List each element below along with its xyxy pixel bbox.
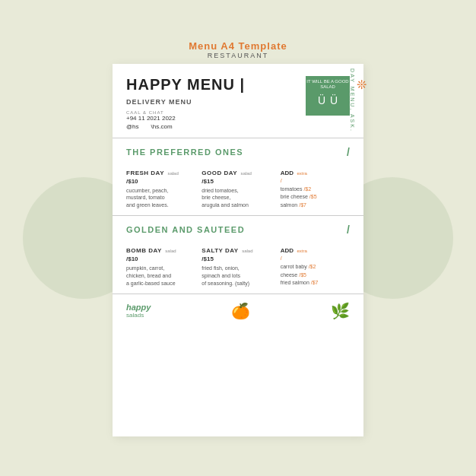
list-item: salmon /$7	[281, 202, 350, 210]
add-item-price: /$5	[309, 194, 317, 199]
footer-fruit-1: 🍊	[231, 302, 250, 320]
item-desc: pumpkin, carrot,chicken, bread anda garl…	[126, 265, 194, 287]
item-price: /$10	[126, 178, 194, 185]
section-preferred-title: THE PREFERRED ONES	[126, 148, 243, 157]
footer-fruit-2: 🌿	[331, 302, 350, 320]
list-item: GOOD DAY SALAD /$15 dried tomatoes,brie …	[202, 164, 274, 210]
header-right: IT WILL BE A GOOD SALAD Ü Ü ❊	[306, 76, 350, 116]
green-box-text: IT WILL BE A GOOD SALAD	[306, 79, 350, 90]
add-slash: /	[281, 178, 350, 183]
item-desc: dried tomatoes,brie cheese,arugula and s…	[202, 187, 269, 209]
add-item-name: cheese	[281, 272, 298, 278]
item-name: GOOD DAY	[202, 170, 237, 176]
list-item: cheese /$5	[281, 271, 350, 280]
section-preferred-slash: /	[347, 146, 350, 158]
add-item-price: /$5	[299, 272, 306, 278]
contact-row: CAAL & CHAT +94 11 2021 2022	[126, 110, 245, 122]
face-icon-1: Ü	[318, 94, 325, 106]
menu-title: HAPPY MENU |	[126, 76, 245, 94]
add-item-name: tomatoes	[281, 186, 303, 192]
outer-wrapper: Menu A4 Template RESTAURANT HAPPY MENU |…	[113, 40, 363, 436]
social-row: @hs \hs.com	[126, 123, 245, 130]
item-type: SALAD	[165, 249, 176, 253]
item-desc: cucumber, peach,mustard, tomatoand green…	[126, 187, 194, 209]
item-type: SALAD	[167, 171, 178, 176]
section-preferred-header: THE PREFERRED ONES /	[126, 146, 350, 158]
section-preferred: THE PREFERRED ONES / FRESH DAY SALAD /$1…	[113, 138, 363, 217]
contact-phone: +94 11 2021 2022	[126, 115, 176, 122]
preferred-items-grid: FRESH DAY SALAD /$10 cucumber, peach,mus…	[126, 164, 350, 210]
add-title-row: ADD extra	[281, 242, 350, 255]
footer-logo: happy salads	[126, 303, 151, 319]
item-name-row: BOMB DAY SALAD	[126, 242, 194, 255]
social-web: \hs.com	[151, 123, 173, 130]
add-list: carrot baby /$2 cheese /$5 fried salmon …	[281, 263, 350, 287]
item-type: SALAD	[242, 249, 252, 253]
contact-block: CAAL & CHAT +94 11 2021 2022	[126, 110, 176, 122]
add-extra-label: extra	[297, 249, 306, 253]
snowflake-icon: ❊	[357, 78, 367, 92]
add-item-name: fried salmon	[281, 280, 309, 285]
add-extra-label: extra	[297, 171, 306, 176]
add-title: ADD	[281, 170, 294, 176]
item-name: BOMB DAY	[126, 247, 162, 254]
list-item: SALTY DAY SALAD /$15 fried fish, onion,s…	[202, 242, 274, 287]
footer-logo-line1: happy	[126, 303, 151, 312]
card-footer: happy salads 🍊 🌿	[113, 294, 363, 328]
menu-card: HAPPY MENU | DELIVERY MENU CAAL & CHAT +…	[113, 64, 363, 436]
add-item-price: /$2	[309, 264, 316, 269]
add-item-name: salmon	[281, 202, 298, 208]
social-handle: @hs	[126, 123, 139, 130]
add-item-price: /$7	[311, 280, 319, 285]
add-list: tomatoes /$2 brie cheese /$5 salmon /$7	[281, 186, 350, 210]
item-name-row: GOOD DAY SALAD	[202, 164, 269, 178]
template-title: Menu A4 Template	[189, 40, 287, 52]
item-price: /$15	[202, 178, 269, 185]
item-name: SALTY DAY	[202, 247, 238, 254]
add-title-row: ADD extra	[281, 164, 350, 178]
list-item: carrot baby /$2	[281, 263, 350, 271]
item-name: FRESH DAY	[126, 170, 164, 176]
list-item: fried salmon /$7	[281, 279, 350, 287]
golden-items-grid: BOMB DAY SALAD /$10 pumpkin, carrot,chic…	[126, 242, 350, 287]
add-title: ADD	[281, 247, 294, 254]
list-item: BOMB DAY SALAD /$10 pumpkin, carrot,chic…	[126, 242, 198, 287]
item-desc: fried fish, onion,spinach and lotsof sea…	[202, 265, 269, 287]
template-subtitle: RESTAURANT	[189, 52, 287, 59]
add-extras-col: ADD extra / tomatoes /$2 brie cheese /$5	[278, 164, 350, 210]
header-left: HAPPY MENU | DELIVERY MENU CAAL & CHAT +…	[126, 76, 245, 130]
add-item-price: /$7	[299, 202, 306, 208]
footer-logo-line2: salads	[126, 312, 151, 319]
add-item-price: /$2	[303, 186, 311, 192]
item-price: /$10	[126, 255, 194, 262]
section-golden-header: GOLDEN AND SAUTEED /	[126, 224, 350, 236]
list-item: tomatoes /$2	[281, 186, 350, 194]
add-item-name: carrot baby	[281, 264, 307, 269]
section-golden: GOLDEN AND SAUTEED / BOMB DAY SALAD /$10…	[113, 216, 363, 294]
top-label: Menu A4 Template RESTAURANT	[189, 40, 287, 59]
add-slash: /	[281, 255, 350, 261]
item-price: /$15	[202, 255, 269, 262]
green-box-icons: Ü Ü	[318, 94, 338, 106]
list-item: brie cheese /$5	[281, 193, 350, 202]
section-golden-slash: /	[347, 224, 350, 236]
face-icon-2: Ü	[330, 94, 338, 106]
item-name-row: SALTY DAY SALAD	[202, 242, 269, 255]
add-extras-col-2: ADD extra / carrot baby /$2 cheese /$5	[278, 242, 350, 287]
green-box: IT WILL BE A GOOD SALAD Ü Ü ❊	[306, 76, 350, 116]
add-item-name: brie cheese	[281, 194, 308, 199]
item-name-row: FRESH DAY SALAD	[126, 164, 194, 178]
header-top-row: HAPPY MENU | DELIVERY MENU CAAL & CHAT +…	[126, 76, 350, 130]
section-golden-title: GOLDEN AND SAUTEED	[126, 225, 245, 234]
delivery-label: DELIVERY MENU	[126, 98, 245, 106]
list-item: FRESH DAY SALAD /$10 cucumber, peach,mus…	[126, 164, 198, 210]
item-type: SALAD	[241, 171, 252, 176]
card-header: HAPPY MENU | DELIVERY MENU CAAL & CHAT +…	[113, 64, 363, 138]
vertical-text: DAY MENU, ASK.	[351, 68, 356, 132]
